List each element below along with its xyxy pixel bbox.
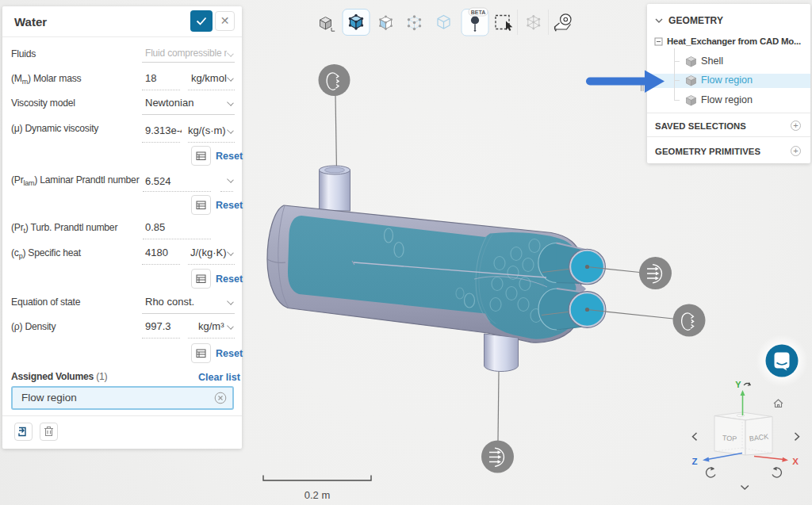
svg-text:0.2 m: 0.2 m [304,489,331,501]
svg-text:Z: Z [691,457,697,466]
svg-text:TOP: TOP [722,434,737,442]
svg-text:Y: Y [735,380,741,389]
svg-text:BETA: BETA [471,10,486,15]
svg-text:X: X [792,457,799,466]
